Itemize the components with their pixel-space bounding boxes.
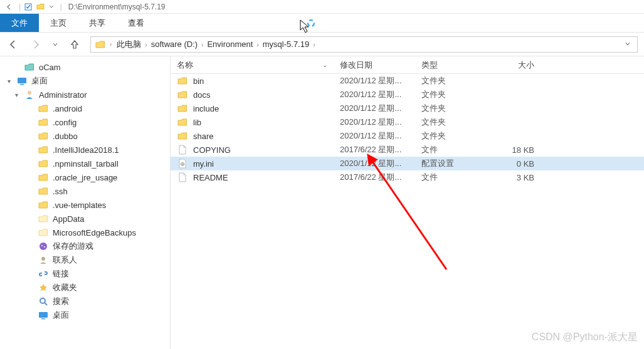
file-row[interactable]: bin2020/1/12 星期...文件夹 [171,74,644,88]
file-name-label: share [193,132,214,141]
folder-small-icon[interactable] [36,2,46,12]
desktop-icon [38,310,49,321]
tree-item[interactable]: 链接 [0,267,170,281]
svg-rect-1 [18,78,26,83]
tree-item[interactable]: 联系人 [0,253,170,267]
tree-item[interactable]: ▾桌面 [0,74,170,88]
tree-item[interactable]: .ssh [0,184,170,198]
folder-icon [38,144,49,155]
file-date-cell: 2020/1/12 星期... [334,158,415,169]
svg-point-7 [41,257,45,261]
nav-up-button[interactable] [68,38,82,51]
file-name-cell: README [171,172,334,183]
sidebar-tree[interactable]: oCam▾桌面▾Administrator.android.config.dub… [0,56,171,349]
svg-rect-10 [39,312,48,318]
tree-twisty-icon[interactable]: ▾ [5,78,13,85]
tree-item[interactable]: 保存的游戏 [0,239,170,253]
navigation-bar: › 此电脑›software (D:)›Environment›mysql-5.… [0,33,644,56]
tree-item-label: 桌面 [31,75,48,86]
tree-item-label: .dubbo [53,132,78,141]
window-title: D:\Environment\mysql-5.7.19 [68,3,166,11]
tree-item-label: 收藏夹 [53,282,77,293]
file-row[interactable]: README2017/6/22 星期...文件3 KB [171,170,644,184]
nav-forward-button[interactable] [29,38,43,51]
tree-item-label: .oracle_jre_usage [53,173,117,182]
separator: | [60,2,61,11]
chevron-right-icon[interactable]: › [110,41,112,48]
file-name-cell: my.ini [171,158,334,169]
tree-item-label: .ssh [53,187,68,196]
tree-item[interactable]: .config [0,115,170,129]
breadcrumb-segment[interactable]: software (D:) [147,39,201,49]
file-name-cell: share [171,130,334,142]
file-date-cell: 2020/1/12 星期... [334,130,415,142]
folder-pale-icon [38,213,49,224]
file-name-label: README [193,173,228,182]
chevron-right-icon[interactable]: › [313,41,315,48]
column-type-header[interactable]: 类型 [415,60,484,71]
column-name-header[interactable]: 名称 ⌄ [171,60,334,71]
file-row[interactable]: my.ini2020/1/12 星期...配置设置0 KB [171,157,644,170]
checkbox-icon[interactable] [23,2,33,12]
folder-pale-icon [38,227,49,238]
file-row[interactable]: share2020/1/12 星期...文件夹 [171,129,644,143]
ribbon-tab[interactable]: 文件 [0,14,39,32]
tree-item[interactable]: AppData [0,212,170,226]
tree-item[interactable]: .oracle_jre_usage [0,170,170,184]
file-name-label: my.ini [193,159,214,169]
tree-item[interactable]: MicrosoftEdgeBackups [0,226,170,239]
folder-icon [95,39,106,50]
breadcrumb[interactable]: › 此电脑›software (D:)›Environment›mysql-5.… [90,36,638,53]
breadcrumb-segment[interactable]: mysql-5.7.19 [259,39,313,49]
file-icon [177,144,188,155]
svg-point-8 [40,298,45,303]
ribbon-tab[interactable]: 主页 [39,14,78,32]
file-date-cell: 2020/1/12 星期... [334,89,415,100]
tree-item[interactable]: 搜索 [0,294,170,308]
file-date-cell: 2017/6/22 星期... [334,144,415,155]
file-name-cell: COPYING [171,144,334,155]
file-row[interactable]: COPYING2017/6/22 星期...文件18 KB [171,143,644,157]
tree-item[interactable]: ▾Administrator [0,88,170,102]
folder-icon [38,172,49,183]
folder-icon [38,117,49,128]
desktop-icon [16,75,28,86]
tree-item[interactable]: .npminstall_tarball [0,157,170,170]
nav-back-button[interactable] [6,38,20,51]
file-row[interactable]: include2020/1/12 星期...文件夹 [171,102,644,115]
svg-point-6 [44,246,45,247]
file-row[interactable]: lib2020/1/12 星期...文件夹 [171,115,644,129]
column-headers[interactable]: 名称 ⌄ 修改日期 类型 大小 [171,56,644,74]
ini-icon [177,158,188,169]
ribbon-tab[interactable]: 共享 [78,14,117,32]
nav-history-chevron-icon[interactable] [51,38,59,51]
breadcrumb-segment[interactable]: Environment [203,39,256,49]
games-icon [38,241,49,252]
chevron-down-icon[interactable] [48,2,55,12]
file-type-cell: 配置设置 [415,158,484,169]
file-size-cell: 0 KB [484,159,541,169]
file-type-cell: 文件夹 [415,75,484,86]
file-type-cell: 文件夹 [415,89,484,100]
tree-item[interactable]: .android [0,102,170,115]
main-area: oCam▾桌面▾Administrator.android.config.dub… [0,56,644,349]
column-size-header[interactable]: 大小 [484,60,541,71]
tree-item[interactable]: oCam [0,60,170,74]
file-icon [177,172,188,183]
folder-icon [38,130,49,142]
tree-item-label: 桌面 [53,310,69,321]
breadcrumb-dropdown-icon[interactable] [625,39,633,49]
file-type-cell: 文件夹 [415,117,484,128]
file-row[interactable]: docs2020/1/12 星期...文件夹 [171,88,644,102]
back-small-icon[interactable] [4,2,14,12]
tree-twisty-icon[interactable]: ▾ [13,91,20,98]
tree-item[interactable]: .vue-templates [0,198,170,212]
tree-item[interactable]: 桌面 [0,308,170,322]
tree-item[interactable]: 收藏夹 [0,281,170,294]
column-date-header[interactable]: 修改日期 [334,60,415,71]
breadcrumb-segment[interactable]: 此电脑 [113,39,145,49]
tree-item[interactable]: .dubbo [0,129,170,143]
tree-item[interactable]: .IntelliJIdea2018.1 [0,143,170,157]
ribbon-tab[interactable]: 查看 [117,14,156,32]
folder-icon [177,89,188,100]
